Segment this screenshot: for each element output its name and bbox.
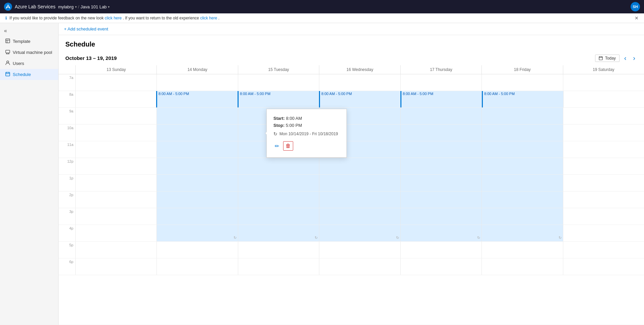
cell-thu-4p[interactable]: ↻ xyxy=(400,225,481,241)
popup-delete-button[interactable]: 🗑 xyxy=(283,141,293,151)
cell-sat-12p[interactable] xyxy=(563,158,644,174)
cell-wed-12p[interactable] xyxy=(319,158,400,174)
cell-wed-8a[interactable]: 8:00 AM - 5:00 PM xyxy=(319,91,400,107)
cell-fri-1p[interactable] xyxy=(481,175,563,191)
cell-sat-4p[interactable] xyxy=(563,225,644,241)
cell-mon-6p[interactable] xyxy=(156,258,238,275)
cell-mon-4p[interactable]: ↻ xyxy=(156,225,238,241)
cell-fri-4p[interactable]: ↻ xyxy=(481,225,563,241)
sidebar-item-schedule[interactable]: Schedule xyxy=(0,69,58,80)
cell-thu-6p[interactable] xyxy=(400,258,481,275)
cell-mon-10a[interactable] xyxy=(156,125,238,141)
cell-sun-1p[interactable] xyxy=(75,175,156,191)
cell-tue-2p[interactable] xyxy=(238,191,319,208)
cell-sat-7a[interactable] xyxy=(563,74,644,91)
cell-wed-7a[interactable] xyxy=(319,74,400,91)
cell-thu-5p[interactable] xyxy=(400,242,481,258)
cell-sat-5p[interactable] xyxy=(563,242,644,258)
cell-wed-3p[interactable] xyxy=(319,208,400,225)
cell-mon-12p[interactable] xyxy=(156,158,238,174)
cell-mon-5p[interactable] xyxy=(156,242,238,258)
cell-wed-2p[interactable] xyxy=(319,191,400,208)
cell-sun-8a[interactable] xyxy=(75,91,156,107)
feedback-link-1[interactable]: click here xyxy=(105,16,122,20)
cell-sun-4p[interactable] xyxy=(75,225,156,241)
event-block-tue[interactable]: 8:00 AM - 5:00 PM xyxy=(239,91,319,96)
cell-tue-8a[interactable]: 8:00 AM - 5:00 PM xyxy=(238,91,319,107)
cell-mon-7a[interactable] xyxy=(156,74,238,91)
cell-fri-12p[interactable] xyxy=(481,158,563,174)
today-button[interactable]: Today xyxy=(595,55,620,62)
sidebar-item-users[interactable]: Users xyxy=(0,58,58,69)
cell-fri-3p[interactable] xyxy=(481,208,563,225)
cell-thu-10a[interactable] xyxy=(400,125,481,141)
next-week-button[interactable]: › xyxy=(631,54,637,63)
cell-sat-2p[interactable] xyxy=(563,191,644,208)
cell-sat-6p[interactable] xyxy=(563,258,644,275)
cell-thu-11a[interactable] xyxy=(400,141,481,158)
cell-sun-6p[interactable] xyxy=(75,258,156,275)
cell-tue-6p[interactable] xyxy=(238,258,319,275)
cell-fri-7a[interactable] xyxy=(481,74,563,91)
cell-mon-11a[interactable] xyxy=(156,141,238,158)
cell-thu-7a[interactable] xyxy=(400,74,481,91)
sidebar-collapse-button[interactable]: « xyxy=(0,26,58,36)
prev-week-button[interactable]: ‹ xyxy=(622,54,629,63)
cell-thu-1p[interactable] xyxy=(400,175,481,191)
event-block-wed[interactable]: 8:00 AM - 5:00 PM xyxy=(320,91,400,96)
cell-thu-8a[interactable]: 8:00 AM - 5:00 PM xyxy=(400,91,482,107)
cell-tue-1p[interactable] xyxy=(238,175,319,191)
cell-mon-8a[interactable]: 8:00 AM - 5:00 PM xyxy=(156,91,238,107)
calendar-container[interactable]: 13 Sunday 14 Monday 15 Tuesday 16 Wednes… xyxy=(59,65,644,325)
cell-fri-5p[interactable] xyxy=(481,242,563,258)
cell-thu-9a[interactable] xyxy=(400,108,481,124)
cell-tue-7a[interactable] xyxy=(238,74,319,91)
cell-thu-2p[interactable] xyxy=(400,191,481,208)
cell-sat-11a[interactable] xyxy=(563,141,644,158)
cell-sat-1p[interactable] xyxy=(563,175,644,191)
cell-fri-6p[interactable] xyxy=(481,258,563,275)
cell-wed-5p[interactable] xyxy=(319,242,400,258)
cell-sun-3p[interactable] xyxy=(75,208,156,225)
cell-mon-9a[interactable] xyxy=(156,108,238,124)
cell-fri-10a[interactable] xyxy=(481,125,563,141)
workspace-link[interactable]: mylabrg ▾ xyxy=(58,4,76,9)
sidebar-item-vm-pool[interactable]: Virtual machine pool xyxy=(0,47,58,58)
avatar[interactable]: SH xyxy=(631,2,640,11)
cell-sun-2p[interactable] xyxy=(75,191,156,208)
cell-tue-4p[interactable]: ↻ xyxy=(238,225,319,241)
cell-tue-5p[interactable] xyxy=(238,242,319,258)
cell-sun-5p[interactable] xyxy=(75,242,156,258)
cell-sun-11a[interactable] xyxy=(75,141,156,158)
event-block-thu[interactable]: 8:00 AM - 5:00 PM xyxy=(401,91,482,96)
cell-sun-12p[interactable] xyxy=(75,158,156,174)
cell-mon-2p[interactable] xyxy=(156,191,238,208)
cell-fri-11a[interactable] xyxy=(481,141,563,158)
cell-tue-12p[interactable] xyxy=(238,158,319,174)
cell-sat-8a[interactable] xyxy=(563,91,644,107)
lab-link[interactable]: Java 101 Lab ▾ xyxy=(80,4,110,9)
cell-wed-4p[interactable]: ↻ xyxy=(319,225,400,241)
cell-sun-10a[interactable] xyxy=(75,125,156,141)
cell-thu-3p[interactable] xyxy=(400,208,481,225)
cell-wed-1p[interactable] xyxy=(319,175,400,191)
cell-sat-9a[interactable] xyxy=(563,108,644,124)
cell-wed-6p[interactable] xyxy=(319,258,400,275)
event-block-fri[interactable]: 8:00 AM - 5:00 PM xyxy=(483,91,563,96)
cell-sun-7a[interactable] xyxy=(75,74,156,91)
cell-mon-3p[interactable] xyxy=(156,208,238,225)
event-block-mon[interactable]: 8:00 AM - 5:00 PM xyxy=(157,91,238,96)
cell-tue-3p[interactable] xyxy=(238,208,319,225)
cell-sun-9a[interactable] xyxy=(75,108,156,124)
cell-fri-9a[interactable] xyxy=(481,108,563,124)
popup-edit-button[interactable]: ✏ xyxy=(273,142,280,151)
add-scheduled-event-button[interactable]: + Add scheduled event xyxy=(64,26,108,31)
feedback-close-button[interactable]: ✕ xyxy=(635,15,639,21)
cell-thu-12p[interactable] xyxy=(400,158,481,174)
cell-sat-10a[interactable] xyxy=(563,125,644,141)
cell-mon-1p[interactable] xyxy=(156,175,238,191)
cell-fri-2p[interactable] xyxy=(481,191,563,208)
cell-sat-3p[interactable] xyxy=(563,208,644,225)
sidebar-item-template[interactable]: Template xyxy=(0,36,58,47)
cell-fri-8a[interactable]: 8:00 AM - 5:00 PM xyxy=(482,91,563,107)
